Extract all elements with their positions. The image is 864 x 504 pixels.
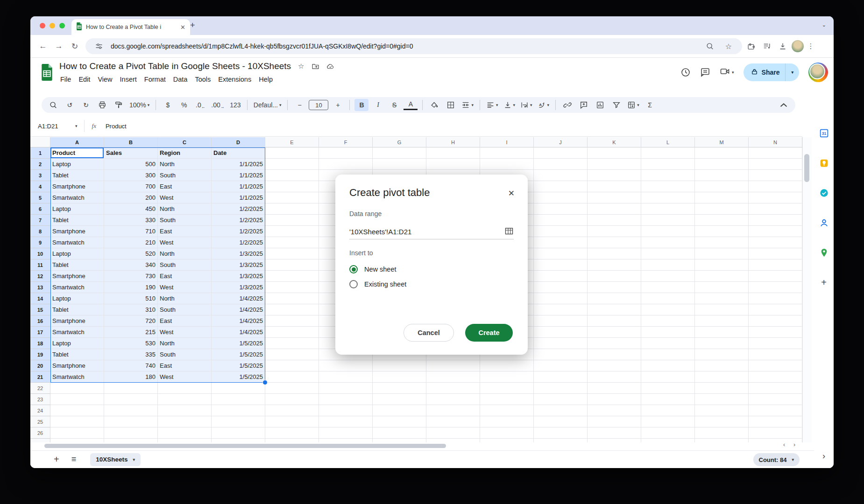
cell-D13[interactable]: 1/3/2025 <box>212 282 265 293</box>
cell-A23[interactable] <box>50 394 104 405</box>
cell-A16[interactable]: Smartphone <box>50 315 104 327</box>
cell-I20[interactable] <box>480 360 534 371</box>
insert-chart-icon[interactable] <box>593 99 607 111</box>
cell-F23[interactable] <box>319 394 373 405</box>
bold-button[interactable]: B <box>354 99 368 111</box>
cell-C17[interactable]: West <box>158 327 212 338</box>
reload-icon[interactable]: ↻ <box>68 42 82 51</box>
address-bar[interactable]: docs.google.com/spreadsheets/d/1mp8Czlwf… <box>85 38 742 54</box>
browser-tab[interactable]: How to Create a Pivot Table i ✕ <box>71 19 190 35</box>
cell-N14[interactable] <box>749 293 802 304</box>
font-size-input[interactable]: 10 <box>309 100 328 110</box>
cell-G25[interactable] <box>373 416 426 427</box>
menu-data[interactable]: Data <box>170 74 191 84</box>
row-header-25[interactable]: 25 <box>30 416 50 427</box>
cell-N6[interactable] <box>749 203 802 215</box>
cell-N26[interactable] <box>749 427 802 439</box>
cell-E10[interactable] <box>265 248 319 259</box>
cell-G27[interactable] <box>373 439 426 442</box>
cell-E20[interactable] <box>265 360 319 371</box>
cell-B11[interactable]: 340 <box>104 259 158 271</box>
insert-comment-icon[interactable] <box>577 99 591 111</box>
cell-H27[interactable] <box>426 439 480 442</box>
row-header-16[interactable]: 16 <box>30 315 50 327</box>
cell-M15[interactable] <box>695 304 749 315</box>
grid-corner[interactable] <box>30 137 50 147</box>
cell-N9[interactable] <box>749 237 802 248</box>
column-header-A[interactable]: A <box>50 137 104 147</box>
cell-E17[interactable] <box>265 327 319 338</box>
cell-A26[interactable] <box>50 427 104 439</box>
cell-F1[interactable] <box>319 147 373 159</box>
scroll-right-icon[interactable]: › <box>793 441 795 448</box>
maps-icon[interactable] <box>819 247 829 258</box>
cell-L6[interactable] <box>641 203 695 215</box>
italic-button[interactable]: I <box>371 99 385 111</box>
cell-D22[interactable] <box>212 383 265 394</box>
paint-format-icon[interactable] <box>112 99 126 111</box>
contacts-icon[interactable] <box>819 217 829 228</box>
cell-D14[interactable]: 1/4/2025 <box>212 293 265 304</box>
cell-L21[interactable] <box>641 371 695 383</box>
cell-I22[interactable] <box>480 383 534 394</box>
row-header-20[interactable]: 20 <box>30 360 50 371</box>
row-header-11[interactable]: 11 <box>30 259 50 271</box>
cell-C1[interactable]: Region <box>158 147 212 159</box>
cell-K7[interactable] <box>588 215 641 226</box>
name-box[interactable]: A1:D21 <box>30 123 75 130</box>
cell-C5[interactable]: West <box>158 192 212 203</box>
cell-L24[interactable] <box>641 405 695 416</box>
zoom-select[interactable]: 100%▾ <box>128 99 151 111</box>
cell-N21[interactable] <box>749 371 802 383</box>
cell-D1[interactable]: Date <box>212 147 265 159</box>
cell-G26[interactable] <box>373 427 426 439</box>
column-header-F[interactable]: F <box>319 137 373 147</box>
formula-input[interactable]: Product <box>106 123 127 130</box>
select-data-range-icon[interactable] <box>504 226 514 237</box>
cell-N15[interactable] <box>749 304 802 315</box>
cell-E19[interactable] <box>265 349 319 360</box>
column-header-D[interactable]: D <box>212 137 265 147</box>
borders-icon[interactable] <box>444 99 458 111</box>
cell-G22[interactable] <box>373 383 426 394</box>
row-header-18[interactable]: 18 <box>30 338 50 349</box>
cell-C11[interactable]: South <box>158 259 212 271</box>
cell-A22[interactable] <box>50 383 104 394</box>
cell-B8[interactable]: 710 <box>104 226 158 237</box>
cell-K21[interactable] <box>588 371 641 383</box>
print-icon[interactable] <box>95 99 109 111</box>
row-header-8[interactable]: 8 <box>30 226 50 237</box>
format-currency-button[interactable]: $ <box>161 99 175 111</box>
cell-L8[interactable] <box>641 226 695 237</box>
cell-B9[interactable]: 210 <box>104 237 158 248</box>
cell-K4[interactable] <box>588 181 641 192</box>
cell-L26[interactable] <box>641 427 695 439</box>
cell-E1[interactable] <box>265 147 319 159</box>
cell-K2[interactable] <box>588 159 641 170</box>
cell-I21[interactable] <box>480 371 534 383</box>
cell-J24[interactable] <box>534 405 588 416</box>
cell-H20[interactable] <box>426 360 480 371</box>
existing-sheet-radio[interactable] <box>349 280 358 288</box>
text-color-button[interactable]: A <box>404 100 418 110</box>
cell-C24[interactable] <box>158 405 212 416</box>
cell-L1[interactable] <box>641 147 695 159</box>
cell-L2[interactable] <box>641 159 695 170</box>
cell-F22[interactable] <box>319 383 373 394</box>
cell-L20[interactable] <box>641 360 695 371</box>
cell-L9[interactable] <box>641 237 695 248</box>
cell-A7[interactable]: Tablet <box>50 215 104 226</box>
cell-B14[interactable]: 510 <box>104 293 158 304</box>
cell-M7[interactable] <box>695 215 749 226</box>
cell-N7[interactable] <box>749 215 802 226</box>
cell-J18[interactable] <box>534 338 588 349</box>
cell-N8[interactable] <box>749 226 802 237</box>
cell-I23[interactable] <box>480 394 534 405</box>
row-header-15[interactable]: 15 <box>30 304 50 315</box>
horizontal-align-icon[interactable]: ▾ <box>485 99 500 111</box>
horizontal-scrollbar-thumb[interactable] <box>44 444 446 448</box>
cell-M26[interactable] <box>695 427 749 439</box>
cell-K3[interactable] <box>588 170 641 181</box>
cell-H25[interactable] <box>426 416 480 427</box>
cell-N10[interactable] <box>749 248 802 259</box>
